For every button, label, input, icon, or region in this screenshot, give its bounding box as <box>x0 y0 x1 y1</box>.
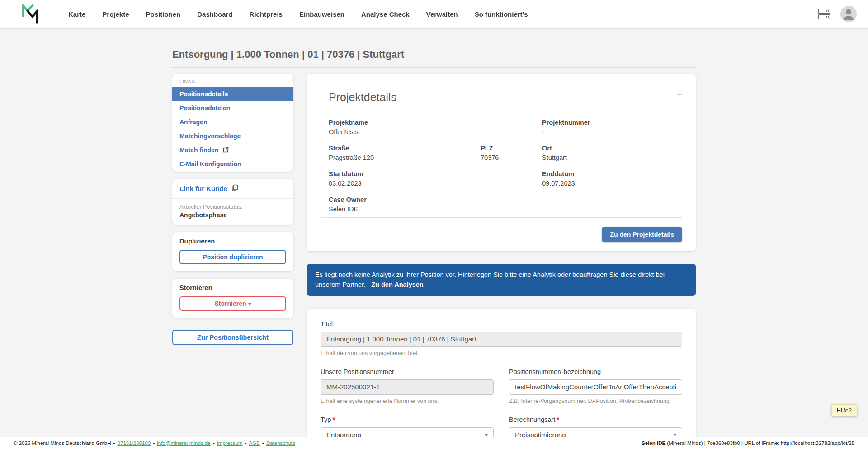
titel-helper: Erhält den von uns vorgegebenen Titel. <box>321 350 682 356</box>
nav-item-richtpreis[interactable]: Richtpreis <box>250 10 283 18</box>
sidebar: LINKS Positionsdetails Positionsdateien … <box>172 74 293 345</box>
sidebar-item-match-finden[interactable]: Match finden <box>172 143 293 157</box>
footer-link-agb[interactable]: AGB <box>249 440 260 446</box>
field-value: Pragstraße 120 <box>329 154 472 161</box>
card-stack-icon <box>817 8 831 20</box>
nav-item-einbauweisen[interactable]: Einbauweisen <box>299 10 344 18</box>
titel-input <box>321 332 682 347</box>
nav-item-dashboard[interactable]: Dashboard <box>197 10 232 18</box>
avatar-icon <box>840 5 857 23</box>
sidebar-item-label: Positionsdateien <box>179 104 230 112</box>
nav-item-projekte[interactable]: Projekte <box>102 10 129 18</box>
main-content: Projektdetails − Projektname OfferTests … <box>307 74 696 449</box>
links-card-header: LINKS <box>172 74 293 87</box>
sidebar-item-label: Anfragen <box>179 118 207 126</box>
links-card: LINKS Positionsdetails Positionsdateien … <box>172 74 293 172</box>
field-value: 70376 <box>481 154 534 161</box>
copy-icon[interactable] <box>231 184 238 193</box>
footer-session-info: Selen IDE (Mineral Minds) | 7ce360e83fb0… <box>642 440 854 446</box>
nav-item-verwalten[interactable]: Verwalten <box>426 10 458 18</box>
field-value: Selen IDE <box>329 206 682 213</box>
required-asterisk: * <box>332 416 335 423</box>
main-nav: Karte Projekte Positionen Dashboard Rich… <box>68 10 528 18</box>
field-label: Straße <box>329 145 472 152</box>
position-number-helper: Z.B. Interne-Vorgangsnummer, LV-Position… <box>509 398 682 404</box>
sidebar-item-anfragen[interactable]: Anfragen <box>172 115 293 129</box>
cancel-position-button[interactable]: Stornieren▾ <box>179 296 286 311</box>
sidebar-item-matchingvorschlaege[interactable]: Matchingvorschläge <box>172 129 293 143</box>
duplicate-position-button[interactable]: Position duplizieren <box>179 250 286 264</box>
footer-user: Selen IDE <box>642 440 665 446</box>
sidebar-item-positionsdateien[interactable]: Positionsdateien <box>172 101 293 115</box>
customer-link-label: Link für Kunde <box>179 185 227 192</box>
sidebar-item-label: E-Mail Konfiguration <box>179 160 241 168</box>
field-label: Ort <box>542 145 682 152</box>
sidebar-item-positionsdetails[interactable]: Positionsdetails <box>172 87 293 101</box>
position-overview-button[interactable]: Zur Positionsübersicht <box>172 330 293 345</box>
card-stack-button[interactable] <box>817 8 831 20</box>
position-number-field-group: Positionsnummer/-bezeichnung Z.B. Intern… <box>509 368 682 404</box>
logo-mm-icon <box>20 4 39 24</box>
separator: • <box>113 440 115 446</box>
footer-link-phone[interactable]: 07151/250100 <box>118 440 151 446</box>
nav-item-analyse-check[interactable]: Analyse Check <box>361 10 410 18</box>
our-number-field-group: Unsere Positionsnummer Erhält eine syste… <box>321 368 494 404</box>
go-to-analyses-link[interactable]: Zu den Analysen <box>371 281 423 288</box>
mineral-minds-logo[interactable] <box>20 3 40 25</box>
field-label: Projektnummer <box>542 119 682 126</box>
separator: • <box>213 440 215 446</box>
project-row: Startdatum 03.02.2023 Enddatum 09.07.202… <box>321 166 682 192</box>
nav-item-positionen[interactable]: Positionen <box>146 10 181 18</box>
position-status-label: Aktueller Positionsstatus: <box>179 204 286 210</box>
our-number-label: Unsere Positionsnummer <box>321 368 494 375</box>
field-label: PLZ <box>481 145 534 152</box>
field-label: Projektname <box>329 119 534 126</box>
position-status-value: Angebotsphase <box>179 211 286 219</box>
project-row: Case Owner Selen IDE <box>321 192 682 218</box>
field-value: Stuttgart <box>542 154 682 161</box>
footer-link-datenschutz[interactable]: Datenschutz <box>266 440 295 446</box>
help-button[interactable]: Hilfe? <box>831 404 857 416</box>
footer-link-email[interactable]: info@mineral-minds.de <box>157 440 210 446</box>
position-number-input[interactable] <box>509 379 682 395</box>
our-number-input <box>321 379 494 395</box>
footer-link-impressum[interactable]: Impressum <box>217 440 243 446</box>
footer-left: © 2025 Mineral Minds Deutschland GmbH • … <box>14 440 295 446</box>
our-number-helper: Erhält eine systemgenerierte Nummer von … <box>321 398 494 404</box>
external-link-icon <box>222 147 229 153</box>
titel-field-group: Titel Erhält den von uns vorgegebenen Ti… <box>321 320 682 356</box>
field-label: Enddatum <box>542 170 682 178</box>
customer-link[interactable]: Link für Kunde <box>172 179 293 199</box>
position-status-block: Aktueller Positionsstatus: Angebotsphase <box>172 199 293 225</box>
analytics-info-banner: Es liegt noch keine Analytik zu Ihrer Po… <box>307 264 696 296</box>
berechnungsart-label: Berechnungsart* <box>509 416 682 423</box>
nav-item-so-funktionierts[interactable]: So funktioniert's <box>475 10 528 18</box>
berechnungsart-label-text: Berechnungsart <box>509 416 555 423</box>
field-value: 09.07.2023 <box>542 180 682 187</box>
duplicate-card: Duplizieren Position duplizieren <box>172 232 293 271</box>
field-value: OfferTests <box>329 128 534 136</box>
status-card: Link für Kunde Aktueller Positionsstatus… <box>172 179 293 225</box>
cancel-button-label: Stornieren <box>214 300 246 307</box>
field-label: Case Owner <box>329 196 682 203</box>
sidebar-item-label: Positionsdetails <box>179 90 228 98</box>
project-details-card: Projektdetails − Projektname OfferTests … <box>307 74 696 251</box>
go-to-project-details-button[interactable]: Zu den Projektdetails <box>602 227 682 242</box>
banner-text: Es liegt noch keine Analytik zu Ihrer Po… <box>315 271 665 288</box>
project-row: Projektname OfferTests Projektnummer - <box>321 115 682 140</box>
separator: • <box>153 440 155 446</box>
footer-session-details: (Mineral Minds) | 7ce360e83fb0 | URL of … <box>665 440 854 446</box>
sidebar-item-email-konfiguration[interactable]: E-Mail Konfiguration <box>172 157 293 171</box>
nav-item-karte[interactable]: Karte <box>68 10 85 18</box>
project-details-title: Projektdetails <box>329 91 396 104</box>
field-label: Startdatum <box>329 170 534 178</box>
duplicate-heading: Duplizieren <box>179 238 286 245</box>
separator: • <box>262 440 264 446</box>
field-value: 03.02.2023 <box>329 180 534 187</box>
user-avatar-button[interactable] <box>840 5 857 23</box>
collapse-icon[interactable]: − <box>677 89 682 99</box>
title-divider <box>172 67 696 68</box>
project-fields: Projektname OfferTests Projektnummer - S… <box>321 115 682 218</box>
position-form-card: Titel Erhält den von uns vorgegebenen Ti… <box>307 309 696 449</box>
separator: • <box>245 440 247 446</box>
